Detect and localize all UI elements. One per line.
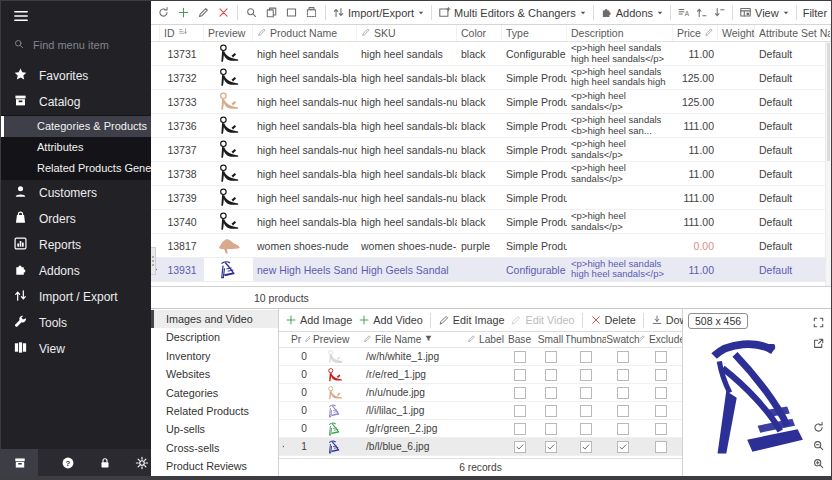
sidebar-item-customers[interactable]: Customers — [1, 180, 151, 206]
sidebar-item-catalog[interactable]: Catalog — [1, 89, 151, 115]
tab-images-and-video[interactable]: Images and Video — [151, 310, 278, 328]
image-row[interactable]: 0 /l/i/lilac_1.jpg — [279, 402, 682, 420]
expand-rows-button[interactable] — [695, 6, 708, 19]
menu-toggle-button[interactable] — [1, 1, 151, 31]
tab-websites[interactable]: Websites — [151, 365, 278, 383]
tab-up-sells[interactable]: Up-sells — [151, 420, 278, 438]
column-header-weight[interactable]: Weight — [718, 25, 755, 41]
menu-addons[interactable]: Addons — [600, 6, 664, 19]
lock-button[interactable] — [98, 456, 112, 470]
product-row[interactable]: 13740 high heel sandals-black-38high hee… — [151, 210, 831, 234]
store-button[interactable] — [1, 449, 38, 476]
add-button[interactable] — [176, 5, 191, 20]
checkbox-exclude[interactable] — [655, 369, 667, 381]
checkbox-thumbnail[interactable] — [580, 351, 592, 363]
rotate-icon[interactable] — [812, 421, 825, 434]
zoom-out-icon[interactable] — [812, 439, 825, 452]
sidebar-item-reports[interactable]: Reports — [1, 232, 151, 258]
tab-related-products[interactable]: Related Products — [151, 402, 278, 420]
splitter-grip[interactable] — [151, 247, 156, 275]
checkbox-small[interactable] — [545, 387, 557, 399]
checkbox-swatch[interactable] — [617, 351, 629, 363]
column-header-color[interactable]: Color — [457, 25, 502, 41]
select-button[interactable] — [284, 5, 299, 20]
menu-import-export[interactable]: Import/Export — [332, 6, 425, 19]
column-header-price[interactable]: Price — [673, 25, 718, 41]
help-button[interactable]: ? — [61, 456, 75, 470]
checkbox-small[interactable] — [545, 441, 557, 453]
product-row[interactable]: 13817women shoes-nudewomen shoes-nude-2p… — [151, 234, 831, 258]
sidebar-item-orders[interactable]: Orders — [1, 206, 151, 232]
column-header-description[interactable]: Description — [567, 25, 673, 41]
delete-button[interactable] — [216, 5, 231, 20]
sidebar-item-tools[interactable]: Tools — [1, 310, 151, 336]
paste-button[interactable] — [304, 5, 319, 20]
column-header-small[interactable]: Small — [535, 334, 566, 345]
tab-categories[interactable]: Categories — [151, 384, 278, 402]
sidebar-item-categories-products[interactable]: Categories & Products — [1, 116, 151, 137]
autofit-button[interactable]: A — [677, 6, 690, 19]
checkbox-exclude[interactable] — [655, 387, 667, 399]
column-header-exclude[interactable]: Exclude — [640, 334, 682, 345]
checkbox-thumbnail[interactable] — [580, 423, 592, 435]
column-header-pr[interactable]: Pr — [288, 334, 310, 345]
column-header-type[interactable]: Type — [502, 25, 567, 41]
tab-cross-sells[interactable]: Cross-sells — [151, 439, 278, 457]
add-video-button[interactable]: Add Video — [358, 314, 423, 326]
delete-button[interactable]: Delete — [590, 314, 636, 326]
sidebar-item-favorites[interactable]: Favorites — [1, 63, 151, 89]
product-row[interactable]: 13737 high heel sandals-nude-36high heel… — [151, 138, 831, 162]
checkbox-base[interactable] — [514, 387, 526, 399]
column-header-product-name[interactable]: Product Name — [253, 25, 357, 41]
column-header-thumbna[interactable]: Thumbna — [566, 334, 606, 345]
grid-scrollbar[interactable] — [825, 42, 831, 286]
image-row[interactable]: 0 /g/r/green_2.jpg — [279, 420, 682, 438]
checkbox-swatch[interactable] — [617, 423, 629, 435]
menu-multi-editors-changers[interactable]: Multi Editors & Changers — [438, 6, 587, 19]
checkbox-small[interactable] — [545, 405, 557, 417]
tab-product-reviews[interactable]: Product Reviews — [151, 457, 278, 475]
image-row[interactable]: 0 /r/e/red_1.jpg — [279, 366, 682, 384]
settings-button[interactable] — [135, 456, 149, 470]
checkbox-base[interactable] — [514, 369, 526, 381]
tab-description[interactable]: Description — [151, 328, 278, 346]
checkbox-small[interactable] — [545, 423, 557, 435]
checkbox-swatch[interactable] — [617, 369, 629, 381]
checkbox-small[interactable] — [545, 369, 557, 381]
image-row[interactable]: 1 /b/l/blue_6.jpg — [279, 438, 682, 456]
column-header-swatch[interactable]: Swatch — [606, 334, 640, 345]
sidebar-item-import-export[interactable]: Import / Export — [1, 284, 151, 310]
checkbox-small[interactable] — [545, 351, 557, 363]
column-header-preview[interactable]: Preview — [204, 25, 253, 41]
column-header-file-name[interactable]: File Name — [360, 334, 464, 345]
image-row[interactable]: 0 /n/u/nude.jpg — [279, 384, 682, 402]
checkbox-thumbnail[interactable] — [580, 441, 592, 453]
search-button[interactable] — [244, 5, 259, 20]
checkbox-base[interactable] — [514, 351, 526, 363]
checkbox-thumbnail[interactable] — [580, 369, 592, 381]
tab-inventory[interactable]: Inventory — [151, 347, 278, 365]
fullscreen-icon[interactable] — [812, 316, 825, 329]
zoom-in-icon[interactable] — [812, 457, 825, 470]
scrollbar-thumb[interactable] — [827, 43, 830, 161]
sidebar-item-related-products-generator[interactable]: Related Products Generator — [1, 158, 151, 179]
column-header-attribute-set-name[interactable]: Attribute Set Name — [755, 25, 831, 41]
column-header-id[interactable]: ID — [160, 25, 204, 41]
checkbox-exclude[interactable] — [655, 423, 667, 435]
edit-image-button[interactable]: Edit Image — [438, 314, 505, 326]
checkbox-swatch[interactable] — [617, 441, 629, 453]
sidebar-item-attributes[interactable]: Attributes — [1, 137, 151, 158]
menu-search-input[interactable] — [33, 39, 135, 51]
checkbox-base[interactable] — [514, 441, 526, 453]
checkbox-thumbnail[interactable] — [580, 387, 592, 399]
checkbox-exclude[interactable] — [655, 441, 667, 453]
checkbox-base[interactable] — [514, 405, 526, 417]
column-header-preview[interactable]: Preview — [310, 334, 360, 345]
add-image-button[interactable]: Add Image — [285, 314, 352, 326]
product-row[interactable]: 13731 high heel sandalshigh heel sandals… — [151, 42, 831, 66]
product-row[interactable]: 13736 high heel sandals-black-36high hee… — [151, 114, 831, 138]
sidebar-item-view[interactable]: View — [1, 336, 151, 362]
column-header-sku[interactable]: SKU — [357, 25, 457, 41]
checkbox-exclude[interactable] — [655, 351, 667, 363]
checkbox-swatch[interactable] — [617, 405, 629, 417]
